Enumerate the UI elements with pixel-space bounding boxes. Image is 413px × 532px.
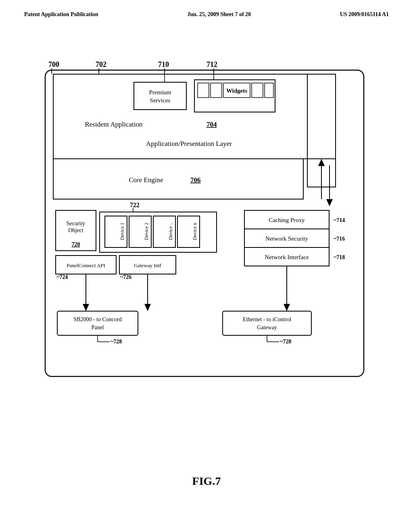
network-interface-text: Network Interface (265, 254, 309, 260)
label-706: 706 (190, 176, 201, 184)
sb2000-text2: Panel (91, 324, 104, 330)
core-engine: Core Engine (129, 176, 163, 184)
svg-rect-37 (57, 311, 138, 335)
label-710: 710 (158, 60, 169, 69)
panel-connect-text: PanelConnect API (67, 262, 105, 268)
device1-label: Device 1 (119, 223, 125, 240)
device-n-label: Device n (192, 223, 198, 240)
svg-rect-38 (223, 311, 311, 335)
label-720: 720 (72, 241, 80, 247)
resident-app: Resident Application (85, 121, 143, 128)
caching-proxy-text: Caching Proxy (269, 217, 305, 223)
svg-marker-30 (326, 199, 333, 206)
label-726: ~726 (120, 274, 131, 280)
sb2000-text1: SB2000 - to Concord (73, 316, 121, 322)
device-dots-label: Device .. (168, 223, 173, 240)
label-716: ~716 (334, 236, 345, 242)
svg-rect-14 (53, 159, 303, 199)
label-700: 700 (48, 60, 59, 69)
label-728a: ~728 (111, 339, 122, 345)
widgets-text: Widgets (226, 87, 247, 94)
ethernet-text1: Ethernet - to iControl (243, 316, 291, 322)
svg-rect-9 (211, 83, 222, 98)
header-middle: Jun. 25, 2009 Sheet 7 of 20 (187, 11, 251, 18)
premium-services-label: Premium (149, 89, 171, 96)
svg-marker-34 (144, 304, 151, 311)
svg-rect-0 (45, 70, 364, 376)
security-object-text2: Object (68, 227, 83, 233)
svg-rect-6 (134, 82, 186, 110)
label-704: 704 (206, 121, 217, 128)
header-left: Patent Application Publication (24, 11, 98, 18)
security-object-text1: Security (67, 220, 86, 227)
diagram-container: 700 702 710 712 Premium Services Widgets (33, 46, 380, 451)
label-702: 702 (96, 60, 106, 69)
svg-rect-16 (100, 212, 217, 252)
patent-header: Patent Application Publication Jun. 25, … (0, 0, 413, 22)
label-714: ~714 (334, 217, 345, 223)
label-728b: ~728 (280, 339, 291, 345)
label-722: 722 (130, 202, 140, 208)
svg-rect-11 (252, 83, 263, 98)
gateway-intf-text: Gateway Intf (134, 262, 162, 268)
label-718: ~718 (334, 254, 345, 260)
figure-caption: FIG.7 (0, 475, 413, 488)
network-security-text: Network Security (265, 235, 309, 242)
svg-marker-28 (318, 159, 325, 166)
ethernet-text2: Gateway (257, 324, 277, 330)
header-right: US 2009/0165114 A1 (340, 11, 389, 18)
label-712: 712 (206, 60, 217, 69)
svg-rect-8 (198, 83, 209, 98)
label-724: ~724 (56, 274, 68, 280)
premium-services-label2: Services (150, 97, 171, 104)
fig-label: FIG.7 (192, 475, 221, 487)
device2-label: Device 2 (144, 223, 149, 240)
svg-marker-32 (83, 304, 89, 311)
svg-marker-36 (284, 304, 290, 311)
app-pres-layer: Application/Presentation Layer (146, 140, 232, 148)
svg-rect-12 (265, 83, 273, 98)
